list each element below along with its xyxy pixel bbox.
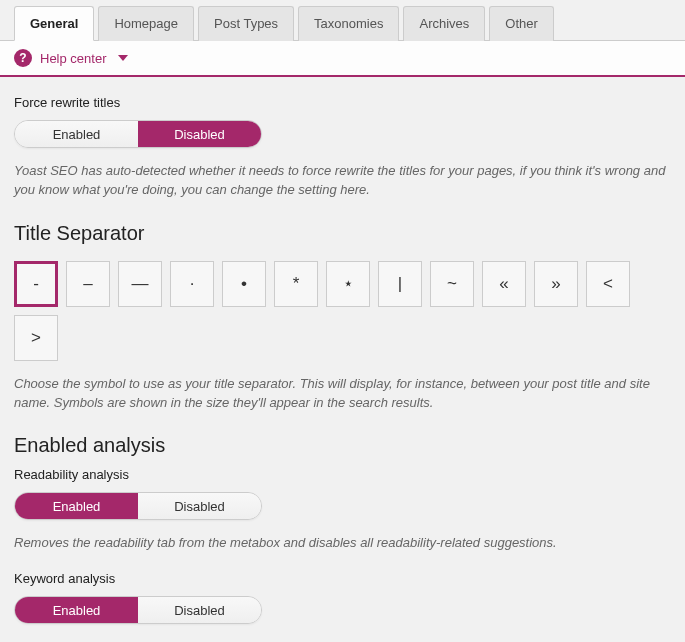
help-center-label: Help center [40,51,106,66]
separator-options: - – — · • * ⋆ | ~ « » < > [14,261,671,361]
separator-btn-0[interactable]: - [14,261,58,307]
readability-hint: Removes the readability tab from the met… [14,534,671,553]
content-area: Force rewrite titles Enabled Disabled Yo… [0,77,685,642]
force-rewrite-label: Force rewrite titles [14,95,671,110]
readability-enabled[interactable]: Enabled [15,493,138,519]
tab-archives[interactable]: Archives [403,6,485,41]
help-center-row[interactable]: ? Help center [0,41,685,77]
force-rewrite-toggle: Enabled Disabled [14,120,262,148]
separator-btn-8[interactable]: ~ [430,261,474,307]
readability-disabled[interactable]: Disabled [138,493,261,519]
keyword-toggle: Enabled Disabled [14,596,262,624]
separator-btn-9[interactable]: « [482,261,526,307]
separator-btn-4[interactable]: • [222,261,266,307]
separator-btn-5[interactable]: * [274,261,318,307]
chevron-down-icon [118,55,128,61]
keyword-label: Keyword analysis [14,571,671,586]
separator-btn-7[interactable]: | [378,261,422,307]
force-rewrite-disabled[interactable]: Disabled [138,121,261,147]
tab-other[interactable]: Other [489,6,554,41]
question-icon: ? [14,49,32,67]
force-rewrite-enabled[interactable]: Enabled [15,121,138,147]
separator-btn-12[interactable]: > [14,315,58,361]
tab-general[interactable]: General [14,6,94,41]
tabs-bar: General Homepage Post Types Taxonomies A… [0,0,685,41]
enabled-analysis-heading: Enabled analysis [14,434,671,457]
tab-homepage[interactable]: Homepage [98,6,194,41]
separator-btn-3[interactable]: · [170,261,214,307]
keyword-hint: Removes the keyword tab from the metabox… [14,638,671,642]
tab-taxonomies[interactable]: Taxonomies [298,6,399,41]
force-rewrite-hint: Yoast SEO has auto-detected whether it n… [14,162,671,200]
separator-hint: Choose the symbol to use as your title s… [14,375,671,413]
separator-btn-6[interactable]: ⋆ [326,261,370,307]
separator-btn-2[interactable]: — [118,261,162,307]
keyword-disabled[interactable]: Disabled [138,597,261,623]
readability-toggle: Enabled Disabled [14,492,262,520]
keyword-enabled[interactable]: Enabled [15,597,138,623]
tab-post-types[interactable]: Post Types [198,6,294,41]
separator-btn-10[interactable]: » [534,261,578,307]
separator-btn-11[interactable]: < [586,261,630,307]
separator-btn-1[interactable]: – [66,261,110,307]
readability-label: Readability analysis [14,467,671,482]
title-separator-heading: Title Separator [14,222,671,245]
